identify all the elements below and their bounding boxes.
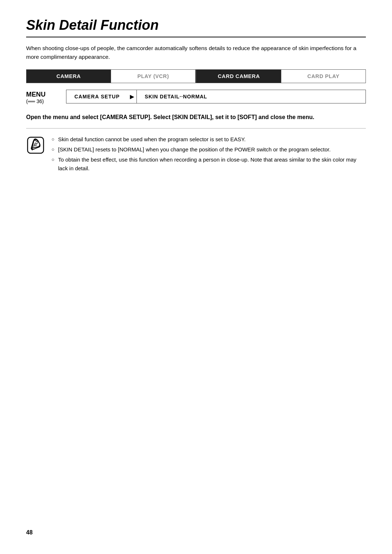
- notes-section: Skin detail function cannot be used when…: [26, 135, 366, 174]
- section-rule: [26, 128, 366, 129]
- mode-tab-play-vcr[interactable]: PLAY (VCR): [111, 70, 196, 83]
- note-item: [SKIN DETAIL] resets to [NORMAL] when yo…: [52, 145, 366, 154]
- mode-tab-card-camera[interactable]: CARD CAMERA: [197, 70, 281, 83]
- note-item: To obtain the best effect, use this func…: [52, 155, 366, 173]
- menu-path-arrow-icon: ►: [128, 93, 136, 101]
- menu-path: CAMERA SETUP ► SKIN DETAIL··NORMAL: [66, 90, 366, 103]
- page-number: 48: [26, 529, 33, 536]
- menu-path-skin-detail: SKIN DETAIL··NORMAL: [136, 90, 215, 103]
- menu-label-block: MENU (══ 36): [26, 90, 66, 104]
- note-item: Skin detail function cannot be used when…: [52, 135, 366, 144]
- mode-bar: CAMERA PLAY (VCR) CARD CAMERA CARD PLAY: [26, 69, 366, 83]
- page-title: Skin Detail Function: [26, 17, 366, 33]
- title-divider: [26, 37, 366, 37]
- menu-page-ref: (══ 36): [26, 98, 44, 104]
- menu-label: MENU: [26, 91, 46, 98]
- menu-section: MENU (══ 36) CAMERA SETUP ► SKIN DETAIL·…: [26, 90, 366, 104]
- mode-tab-card-play[interactable]: CARD PLAY: [281, 70, 366, 83]
- instruction-text: Open the menu and select [CAMERA SETUP].…: [26, 113, 366, 122]
- mode-tab-camera[interactable]: CAMERA: [26, 70, 111, 83]
- notes-list: Skin detail function cannot be used when…: [52, 135, 366, 174]
- note-icon: [26, 136, 45, 155]
- menu-path-camera-setup: CAMERA SETUP: [66, 90, 128, 103]
- intro-text: When shooting close-ups of people, the c…: [26, 44, 366, 61]
